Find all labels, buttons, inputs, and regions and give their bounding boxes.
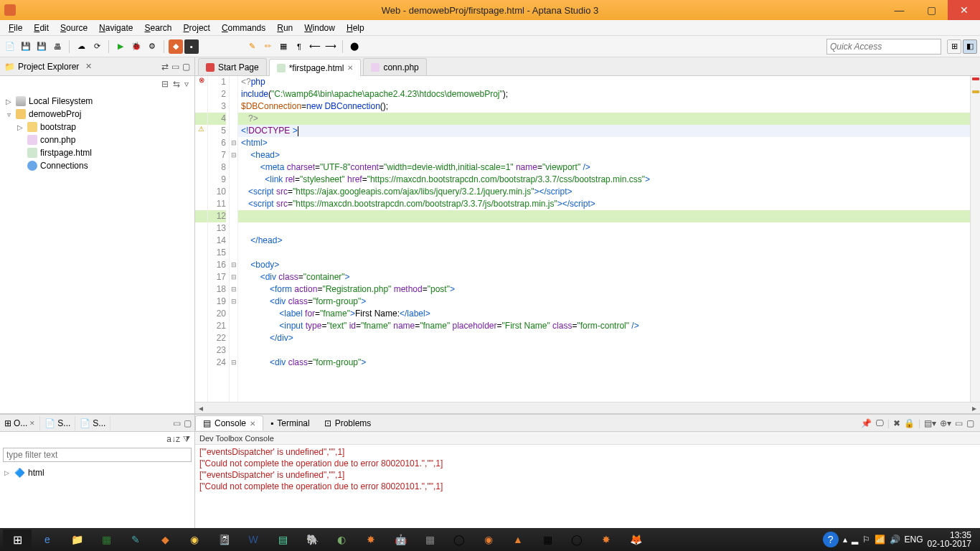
- console-output[interactable]: ["'eventsDispatcher' is undefined","",1]…: [195, 445, 980, 528]
- minimize-panel-icon[interactable]: ▭: [955, 418, 963, 428]
- taskbar-app7[interactable]: ◉: [475, 529, 502, 550]
- taskbar-pg[interactable]: 🐘: [298, 529, 326, 550]
- menu-window[interactable]: Window: [298, 22, 341, 34]
- outline-tab[interactable]: ⊞O...✕: [0, 416, 40, 430]
- taskbar-app3[interactable]: ◉: [181, 529, 208, 550]
- taskbar-notepad[interactable]: 📓: [210, 529, 237, 550]
- tab-terminal[interactable]: ▪Terminal: [263, 416, 317, 430]
- start-button[interactable]: ⊞: [3, 529, 32, 550]
- warning-marker[interactable]: [972, 90, 979, 93]
- quick-access-input[interactable]: [826, 39, 941, 55]
- block-select-button[interactable]: ▦: [276, 39, 291, 54]
- fold-column[interactable]: ⊟⊟⊟⊟⊟⊟⊟: [230, 76, 238, 402]
- menu-run[interactable]: Run: [271, 22, 298, 34]
- close-icon[interactable]: ✕: [347, 64, 353, 72]
- menu-commands[interactable]: Commands: [216, 22, 271, 34]
- editor-tab--firstpage-html[interactable]: *firstpage.html✕: [269, 59, 362, 76]
- taskbar-firefox[interactable]: 🦊: [622, 529, 649, 550]
- pencil-button[interactable]: ✏: [260, 39, 275, 54]
- taskbar-explorer[interactable]: 📁: [63, 529, 90, 550]
- maximize-panel-icon[interactable]: ▢: [182, 62, 190, 72]
- taskbar-eclipse[interactable]: ◐: [328, 529, 355, 550]
- menu-edit[interactable]: Edit: [28, 22, 55, 34]
- maximize-button[interactable]: ▢: [915, 0, 948, 20]
- print-button[interactable]: 🖶: [50, 39, 65, 54]
- editor-tab-start-page[interactable]: Start Page: [198, 58, 267, 75]
- error-marker[interactable]: [972, 77, 979, 80]
- taskbar-app2[interactable]: ◆: [151, 529, 179, 550]
- collapse-all-icon[interactable]: ⊟: [161, 79, 169, 89]
- external-tools-button[interactable]: ⚙: [145, 39, 159, 54]
- save-button[interactable]: 💾: [19, 39, 33, 54]
- terminal-button[interactable]: ▪: [184, 39, 199, 54]
- scroll-lock-icon[interactable]: 🔒: [904, 418, 915, 428]
- tray-clock[interactable]: 13:3502-10-2017: [928, 531, 971, 548]
- menu-file[interactable]: File: [3, 22, 28, 34]
- taskbar-app6[interactable]: ▦: [416, 529, 443, 550]
- sort-icon[interactable]: a↓z: [166, 434, 180, 444]
- minimize-panel-icon[interactable]: ▭: [171, 62, 179, 72]
- line-number-gutter[interactable]: 123456789101112131415161718192021222324: [208, 76, 230, 402]
- taskbar-android[interactable]: 🤖: [387, 529, 414, 550]
- outline-item-html[interactable]: ▷🔷html: [4, 466, 190, 479]
- tray-action-icon[interactable]: ⚐: [862, 534, 870, 545]
- tree-item-connections[interactable]: Connections: [0, 159, 194, 172]
- tree-item-conn-php[interactable]: conn.php: [0, 133, 194, 146]
- source-tab-2[interactable]: 📄S...: [75, 416, 110, 430]
- scroll-track[interactable]: [207, 404, 969, 413]
- source-tab-1[interactable]: 📄S...: [40, 416, 75, 430]
- panel-close-icon[interactable]: ✕: [83, 62, 94, 71]
- back-button[interactable]: ⟵: [308, 39, 322, 54]
- outline-filter-input[interactable]: [3, 448, 192, 462]
- debug-button[interactable]: 🐞: [129, 39, 143, 54]
- tree-item-local-filesystem[interactable]: ▷Local Filesystem: [0, 95, 194, 108]
- tray-up-icon[interactable]: ▴: [843, 534, 847, 545]
- minimize-button[interactable]: —: [883, 0, 915, 20]
- tray-volume-icon[interactable]: 🔊: [890, 534, 900, 545]
- sync-button[interactable]: ⟳: [90, 39, 104, 54]
- code-content[interactable]: <?phpinclude("C:\wamp64\bin\apache\apach…: [238, 76, 980, 402]
- tree-item-bootstrap[interactable]: ▷bootstrap: [0, 121, 194, 133]
- tab-console[interactable]: ▤Console✕: [195, 415, 263, 430]
- forward-button[interactable]: ⟶: [324, 39, 338, 54]
- tray-network-icon[interactable]: 📶: [875, 534, 885, 545]
- taskbar-chrome[interactable]: ◯: [446, 529, 473, 550]
- taskbar-excel[interactable]: ▦: [93, 529, 120, 550]
- outline-tree[interactable]: ▷🔷html: [0, 463, 194, 482]
- menu-navigate[interactable]: Navigate: [93, 22, 138, 34]
- taskbar-app8[interactable]: ▦: [534, 529, 561, 550]
- overview-ruler[interactable]: [970, 76, 980, 402]
- taskbar-word[interactable]: W: [240, 529, 267, 550]
- taskbar-app1[interactable]: ✎: [122, 529, 149, 550]
- cloud-button[interactable]: ☁: [74, 39, 88, 54]
- taskbar-app4[interactable]: ▤: [269, 529, 296, 550]
- project-explorer-tree[interactable]: ▷Local Filesystem▿demowebProj▷bootstrapc…: [0, 92, 194, 413]
- new-console-icon[interactable]: ⊕▾: [940, 418, 951, 428]
- save-all-button[interactable]: 💾: [34, 39, 49, 54]
- tab-problems[interactable]: ⊡Problems: [317, 416, 379, 430]
- editor-tab-conn-php[interactable]: conn.php: [363, 58, 426, 75]
- wand-button[interactable]: ✎: [245, 39, 259, 54]
- tray-lang[interactable]: ENG: [905, 534, 923, 545]
- new-button[interactable]: 📄: [3, 39, 17, 54]
- pin-console-icon[interactable]: 📌: [861, 418, 872, 428]
- open-console-icon[interactable]: ▤▾: [924, 418, 936, 428]
- breakpoint-button[interactable]: ⬤: [347, 39, 362, 54]
- scroll-left-icon[interactable]: ◂: [195, 403, 207, 413]
- menu-source[interactable]: Source: [55, 22, 93, 34]
- maximize-panel-icon[interactable]: ▢: [966, 418, 974, 428]
- tree-item-firstpage-html[interactable]: firstpage.html: [0, 146, 194, 159]
- filter-icon[interactable]: ⧩: [183, 434, 190, 444]
- run-button[interactable]: ▶: [113, 39, 128, 54]
- code-editor[interactable]: ⊗⚠ 1234567891011121314151617181920212223…: [195, 76, 980, 402]
- perspective-web-button[interactable]: ⊞: [947, 39, 961, 54]
- menu-project[interactable]: Project: [178, 22, 216, 34]
- menu-help[interactable]: Help: [341, 22, 370, 34]
- menu-search[interactable]: Search: [138, 22, 177, 34]
- taskbar-vlc[interactable]: ▲: [504, 529, 532, 550]
- perspective-switch-button[interactable]: ◧: [963, 39, 977, 54]
- taskbar-aptana[interactable]: ✸: [593, 529, 620, 550]
- whitespace-button[interactable]: ¶: [292, 39, 306, 54]
- taskbar-app5[interactable]: ✸: [357, 529, 385, 550]
- help-icon[interactable]: ?: [823, 532, 839, 547]
